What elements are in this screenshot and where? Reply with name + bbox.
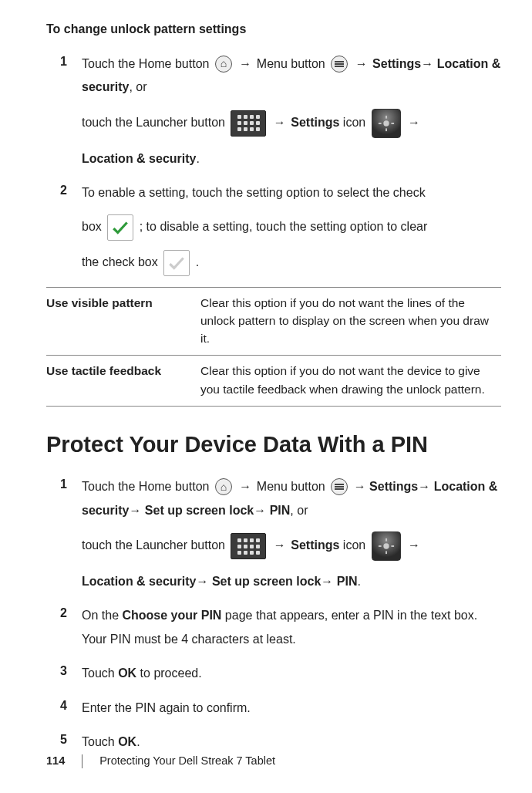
arrow-icon: → <box>237 57 253 70</box>
text: . <box>196 255 199 268</box>
table-row: Use visible pattern Clear this option if… <box>46 287 501 356</box>
ok-label: OK <box>118 666 136 680</box>
arrow-icon: → <box>354 480 366 493</box>
arrow-icon: → <box>406 538 422 552</box>
svg-point-0 <box>383 120 389 126</box>
settings-icon <box>372 109 401 138</box>
arrow-icon: → <box>418 480 430 493</box>
launcher-icon <box>231 110 266 137</box>
location-security-label: Location & security <box>82 152 196 165</box>
text: the check box <box>82 255 161 268</box>
arrow-icon: → <box>237 480 253 493</box>
page-footer: 114 Protecting Your Dell Streak 7 Tablet <box>46 753 275 770</box>
text: Menu button <box>257 57 328 70</box>
svg-rect-7 <box>386 552 387 555</box>
text: To enable a setting, touch the setting o… <box>82 181 501 204</box>
arrow-icon: → <box>354 57 369 70</box>
steps-pin: 1 Touch the Home button → Menu button → … <box>46 475 501 754</box>
text: . <box>136 735 140 748</box>
text: Touch <box>82 666 118 680</box>
step-1: 1 Touch the Home button → Menu button → … <box>60 52 501 170</box>
text: ; to disable a setting, touch the settin… <box>140 220 428 233</box>
ok-label: OK <box>118 735 136 748</box>
setting-description: Clear this option if you do not want the… <box>200 356 501 407</box>
home-icon <box>215 478 232 495</box>
svg-rect-1 <box>386 116 387 119</box>
step-2: 2 To enable a setting, touch the setting… <box>60 181 501 275</box>
settings-table: Use visible pattern Clear this option if… <box>46 287 501 407</box>
step-body: To enable a setting, touch the setting o… <box>82 181 501 275</box>
pin-label: PIN <box>266 504 290 517</box>
text: Menu button <box>257 480 328 493</box>
svg-rect-3 <box>379 123 382 124</box>
arrow-icon: → <box>272 538 288 552</box>
step-body: On the Choose your PIN page that appears… <box>82 604 501 651</box>
step-3: 3 Touch OK to proceed. <box>60 662 501 685</box>
svg-rect-4 <box>391 123 394 124</box>
settings-label: Settings <box>372 57 421 70</box>
pin-label: PIN <box>333 575 357 588</box>
settings-icon <box>372 531 401 561</box>
settings-label: Settings <box>369 480 418 493</box>
step-number: 4 <box>60 697 82 720</box>
page-number: 114 <box>46 753 65 770</box>
arrow-icon: → <box>254 504 266 517</box>
location-security-label: Location & security <box>82 575 196 588</box>
menu-icon <box>331 56 348 73</box>
setup-screenlock-label: Set up screen lock <box>208 575 321 588</box>
text: Touch the Home button <box>82 57 213 70</box>
step-body: Touch OK to proceed. <box>82 662 501 685</box>
step-number: 2 <box>60 181 82 275</box>
step-2: 2 On the Choose your PIN page that appea… <box>60 604 501 651</box>
text: touch the Launcher button <box>82 538 228 552</box>
text: to proceed. <box>136 666 202 680</box>
step-5: 5 Touch OK. <box>60 731 501 754</box>
step-number: 2 <box>60 604 82 651</box>
text: touch the Launcher button <box>82 116 228 129</box>
arrow-icon: → <box>196 575 208 588</box>
step-4: 4 Enter the PIN again to confirm. <box>60 697 501 720</box>
svg-rect-6 <box>386 538 387 542</box>
step-number: 5 <box>60 731 82 754</box>
arrow-icon: → <box>406 116 422 129</box>
text: box <box>82 220 105 233</box>
step-number: 1 <box>60 52 82 170</box>
arrow-icon: → <box>272 116 288 129</box>
svg-point-5 <box>383 543 389 548</box>
text: , or <box>290 504 308 517</box>
arrow-icon: → <box>321 575 333 588</box>
svg-rect-9 <box>391 545 394 547</box>
text: . <box>357 575 360 588</box>
checkbox-checked-icon <box>107 214 133 241</box>
table-row: Use tactile feedback Clear this option i… <box>46 356 501 407</box>
footer-title: Protecting Your Dell Streak 7 Tablet <box>99 753 275 770</box>
settings-label: Settings <box>291 538 339 552</box>
step-body: Touch the Home button → Menu button → Se… <box>82 475 501 593</box>
step-body: Enter the PIN again to confirm. <box>82 697 501 720</box>
settings-label: Settings <box>291 116 339 129</box>
home-icon <box>215 56 232 73</box>
setting-description: Clear this option if you do not want the… <box>200 287 501 356</box>
svg-rect-2 <box>386 128 387 131</box>
setting-label: Use visible pattern <box>46 287 200 356</box>
step-number: 3 <box>60 662 82 685</box>
section-title-unlock-pattern: To change unlock pattern settings <box>46 20 501 39</box>
setting-label: Use tactile feedback <box>46 356 200 407</box>
arrow-icon: → <box>129 504 141 517</box>
arrow-icon: → <box>421 57 433 70</box>
step-number: 1 <box>60 475 82 593</box>
step-body: Touch the Home button → Menu button → Se… <box>82 52 501 170</box>
svg-rect-8 <box>379 545 382 547</box>
text: , or <box>129 80 146 93</box>
setup-screenlock-label: Set up screen lock <box>141 504 254 517</box>
checkbox-unchecked-icon <box>163 250 190 276</box>
step-1: 1 Touch the Home button → Menu button → … <box>60 475 501 593</box>
menu-icon <box>331 478 348 495</box>
text: icon <box>339 538 369 552</box>
footer-divider <box>82 754 82 768</box>
text: icon <box>339 116 369 129</box>
text: On the <box>82 609 122 622</box>
step-body: Touch OK. <box>82 731 501 754</box>
text: Touch the Home button <box>82 480 213 493</box>
text: Touch <box>82 735 118 748</box>
